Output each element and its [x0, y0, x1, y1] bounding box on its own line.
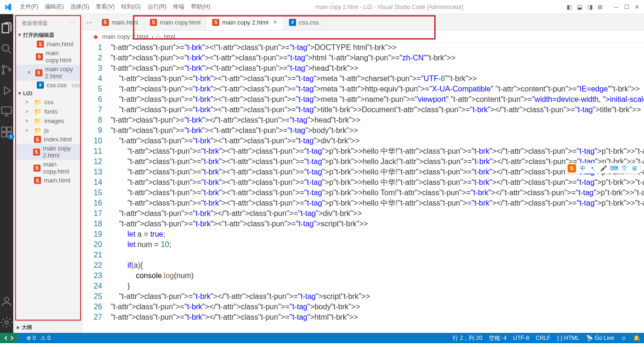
editor-tab[interactable]: 5main copy 2.html× [206, 14, 283, 30]
remote-indicator[interactable] [0, 333, 18, 343]
project-header[interactable]: ▸LIZI [16, 90, 80, 97]
status-indent[interactable]: 空格: 4 [489, 334, 506, 342]
status-bar: ⊗ 0 ⚠ 0 行 2，列 20 空格: 4 UTF-8 CRLF { } HT… [0, 333, 644, 343]
more-icon[interactable]: ⋯ [69, 20, 74, 26]
explorer-icon[interactable] [0, 22, 13, 35]
svg-rect-5 [2, 127, 6, 132]
svg-point-3 [9, 69, 11, 71]
window-controls: ◧ ⬓ ◨ ⊞ ─ ☐ ✕ [566, 4, 640, 10]
menu-terminal[interactable]: 终端 [170, 2, 187, 12]
explorer-item[interactable]: >📁css [16, 97, 80, 107]
file-label: main copy.html [43, 161, 80, 175]
layout-customize-icon[interactable]: ⊞ [597, 4, 603, 10]
menu-edit[interactable]: 编辑(E) [42, 2, 66, 12]
layout-panel-left-icon[interactable]: ◧ [566, 4, 572, 10]
close-icon[interactable]: × [273, 18, 277, 26]
tab-label: main.html [112, 19, 138, 26]
accounts-icon[interactable] [0, 295, 13, 308]
open-editor-item[interactable]: 5main.html [16, 40, 80, 49]
explorer-item[interactable]: 5main copy 2.html [16, 144, 80, 160]
explorer-item[interactable]: 5main copy.html [16, 160, 80, 176]
file-label: main copy.html [46, 50, 80, 64]
status-cursor-position[interactable]: 行 2，列 20 [453, 334, 482, 342]
html-file-icon: 5 [34, 177, 41, 184]
html-element-icon: ◇ [156, 33, 161, 40]
chevron-down-icon: ▸ [17, 34, 23, 36]
file-label: index.html [44, 136, 72, 143]
explorer-item[interactable]: 5main.html [16, 176, 80, 185]
code-editor[interactable]: 1234567891011121314151617181920212223242… [83, 42, 644, 333]
close-icon[interactable]: × [27, 69, 33, 76]
html-file-icon: 5 [34, 136, 41, 143]
ime-toolbar[interactable]: S 中 •, 🎤 ⌨ 👕 ⊞ [566, 163, 640, 174]
status-errors[interactable]: ⊗ 0 [26, 335, 36, 341]
editor-tab[interactable]: 5main copy.html [144, 14, 206, 30]
tab-overflow-icon[interactable]: ⋯ [83, 14, 96, 30]
open-editor-item[interactable]: ×5main copy 2.html [16, 65, 80, 81]
ime-mic-icon[interactable]: 🎤 [600, 165, 607, 172]
open-editors-header[interactable]: ▸打开的编辑器 [16, 31, 80, 40]
editor-group: ⋯ 5main.html5main copy.html5main copy 2.… [83, 14, 644, 333]
open-editor-item[interactable]: 5main copy.html [16, 49, 80, 65]
svg-point-0 [2, 45, 9, 51]
status-golive[interactable]: 📡 Go Live [586, 335, 614, 341]
settings-icon[interactable] [0, 316, 13, 329]
ime-lang-icon[interactable]: 中 [579, 165, 586, 172]
menu-file[interactable]: 文件(F) [17, 2, 41, 12]
menu-run[interactable]: 运行(R) [145, 2, 170, 12]
code-content[interactable]: "t-attr">class"t-pun">="t-brk"><!"t-attr… [111, 42, 644, 333]
outline-header[interactable]: ▸大纲 [14, 322, 82, 333]
ime-punct-icon[interactable]: •, [589, 165, 597, 172]
sogou-icon[interactable]: S [568, 164, 576, 173]
search-icon[interactable] [0, 42, 13, 56]
explorer-item[interactable]: >📁js [16, 125, 80, 135]
folder-icon: 📁 [34, 98, 41, 106]
breadcrumb-file[interactable]: main copy 2.html [102, 33, 149, 40]
html-file-icon: 5 [37, 41, 44, 48]
menu-view[interactable]: 查看(V) [93, 2, 117, 12]
open-editor-item[interactable]: #css.csscss [16, 81, 80, 90]
svg-point-10 [5, 321, 8, 324]
folder-icon: 📁 [34, 126, 41, 134]
titlebar: 文件(F) 编辑(E) 选择(S) 查看(V) 转到(G) 运行(R) 终端 帮… [0, 0, 644, 14]
svg-point-2 [2, 72, 5, 74]
explorer-item[interactable]: >📁fonts [16, 107, 80, 116]
ime-skin-icon[interactable]: 👕 [620, 165, 628, 172]
editor-tab[interactable]: 5main.html [96, 14, 144, 30]
extensions-badge: 5 [8, 134, 14, 140]
status-feedback-icon[interactable]: ☺ [621, 335, 627, 341]
status-language[interactable]: { } HTML [557, 335, 579, 341]
tab-label: main copy.html [160, 19, 200, 26]
close-button[interactable]: ✕ [634, 4, 640, 10]
remote-explorer-icon[interactable] [0, 105, 13, 118]
ime-keyboard-icon[interactable]: ⌨ [610, 165, 618, 172]
file-label: main copy 2.html [45, 66, 80, 80]
layout-panel-bottom-icon[interactable]: ⬓ [576, 4, 583, 10]
html-file-icon: 5 [102, 19, 109, 26]
status-eol[interactable]: CRLF [536, 335, 550, 341]
svg-point-1 [2, 66, 5, 68]
status-encoding[interactable]: UTF-8 [513, 335, 529, 341]
ime-toolbox-icon[interactable]: ⊞ [631, 165, 638, 172]
extensions-icon[interactable]: 5 [0, 125, 13, 139]
explorer-item[interactable]: 5index.html [16, 135, 80, 144]
menu-goto[interactable]: 转到(G) [118, 2, 143, 12]
debug-icon[interactable] [0, 84, 13, 97]
status-bell-icon[interactable]: 🔔 [633, 335, 640, 341]
breadcrumb-element[interactable]: html [164, 33, 175, 40]
menu-select[interactable]: 选择(S) [67, 2, 92, 12]
svg-rect-6 [7, 127, 11, 132]
source-control-icon[interactable] [0, 63, 13, 76]
editor-tab[interactable]: #css.css [283, 14, 325, 30]
menu-bar: 文件(F) 编辑(E) 选择(S) 查看(V) 转到(G) 运行(R) 终端 帮… [17, 2, 213, 12]
breadcrumb[interactable]: ◆ main copy 2.html › ◇ html [83, 31, 644, 42]
status-warnings[interactable]: ⚠ 0 [41, 335, 50, 341]
maximize-button[interactable]: ☐ [623, 4, 630, 10]
layout-panel-right-icon[interactable]: ◨ [586, 4, 593, 10]
minimize-button[interactable]: ─ [613, 4, 619, 10]
window-title: main copy 2.html - LiZi - Visual Studio … [213, 4, 566, 10]
svg-rect-4 [2, 107, 12, 114]
folder-icon: 📁 [34, 107, 41, 115]
menu-help[interactable]: 帮助(H) [188, 2, 213, 12]
explorer-item[interactable]: >📁images [16, 116, 80, 125]
